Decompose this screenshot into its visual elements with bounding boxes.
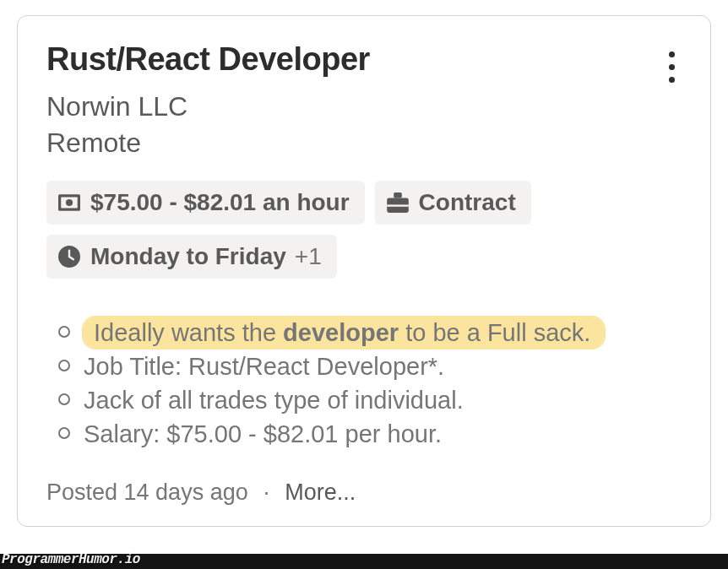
schedule-extra: +1 xyxy=(295,243,322,270)
dot-separator: · xyxy=(263,480,270,506)
svg-rect-3 xyxy=(394,192,402,198)
card-footer: Posted 14 days ago · More... xyxy=(46,480,682,506)
list-item: Ideally wants the developer to be a Full… xyxy=(58,316,682,350)
list-item: Job Title: Rust/React Developer*. xyxy=(58,350,682,383)
briefcase-icon xyxy=(387,192,409,213)
card-header: Rust/React Developer xyxy=(46,41,682,88)
list-item: Salary: $75.00 - $82.01 per hour. xyxy=(58,417,682,451)
watermark-text: ProgrammerHumor.io xyxy=(2,552,140,567)
more-options-icon[interactable] xyxy=(662,46,682,88)
svg-rect-5 xyxy=(387,204,409,206)
schedule-chip: Monday to Friday +1 xyxy=(46,235,337,279)
more-link[interactable]: More... xyxy=(285,480,356,506)
company-name: Norwin LLC xyxy=(46,91,682,122)
type-text: Contract xyxy=(419,189,516,216)
highlight: Ideally wants the developer to be a Full… xyxy=(84,317,604,348)
list-item: Jack of all trades type of individual. xyxy=(58,383,682,417)
job-location: Remote xyxy=(46,127,682,159)
type-chip: Contract xyxy=(375,181,531,225)
pay-text: $75.00 - $82.01 an hour xyxy=(90,189,350,216)
posted-date: Posted 14 days ago xyxy=(46,480,248,506)
job-card: Rust/React Developer Norwin LLC Remote $… xyxy=(17,15,711,527)
schedule-text: Monday to Friday xyxy=(90,243,286,270)
money-icon xyxy=(58,194,80,211)
job-title: Rust/React Developer xyxy=(46,41,370,78)
pay-chip: $75.00 - $82.01 an hour xyxy=(46,181,365,225)
svg-point-2 xyxy=(66,199,73,206)
chip-row: $75.00 - $82.01 an hour Contract Monday … xyxy=(46,181,682,279)
bullet-list: Ideally wants the developer to be a Full… xyxy=(46,316,682,451)
clock-icon xyxy=(58,246,80,268)
